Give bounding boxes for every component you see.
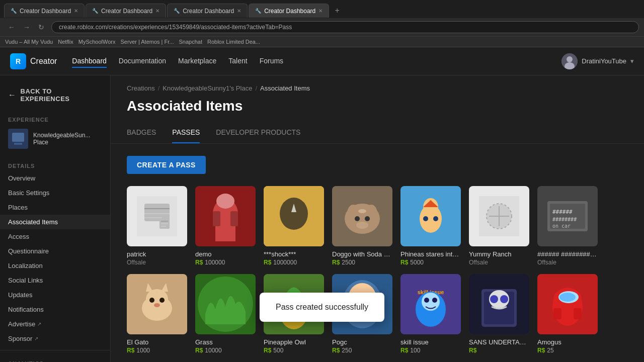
sidebar-item-questionnaire[interactable]: Questionnaire [0,244,110,258]
item-thumbnail [332,186,392,246]
svg-point-31 [358,209,366,213]
item-price: R$ [469,347,529,354]
sidebar-item-updates[interactable]: Updates [0,288,110,302]
nav-link-dashboard[interactable]: Dashboard [72,55,107,68]
item-name: SANS UNDERTALE?!?!?!?! [469,338,529,346]
item-card[interactable]: patrick Offsale [127,186,187,266]
tabs-container: BADGES PASSES DEVELOPER PRODUCTS [111,114,644,144]
bookmark-6[interactable]: Roblox Limited Dea... [207,39,260,45]
analytics-section-label: ANALYTICS [0,358,110,362]
bookmarks-bar: Vudu – All My Vudu Netflix MySchoolWorx … [0,36,644,47]
sidebar-item-places[interactable]: Places [0,200,110,215]
item-card[interactable]: Phineas stares into your soul R$ 5000 [400,186,461,266]
svg-point-53 [149,298,154,303]
bookmark-3[interactable]: MySchoolWorx [78,39,116,45]
sidebar-item-localization[interactable]: Localization [0,258,110,273]
tab-passes[interactable]: PASSES [172,124,200,143]
sidebar-divider-1 [0,350,110,350]
tab-close-4[interactable]: ✕ [318,8,323,14]
nav-link-documentation[interactable]: Documentation [119,55,166,68]
bookmark-2[interactable]: Netflix [58,39,73,45]
experience-section-label: EXPERIENCE [0,113,110,125]
breadcrumb-place[interactable]: KnowledgeableSunny1's Place [163,84,252,92]
nav-link-talent[interactable]: Talent [228,55,247,68]
item-thumbnail [264,186,324,246]
sidebar-item-sponsor[interactable]: Sponsor ↗ [0,331,110,346]
nav-links: Dashboard Documentation Marketplace Tale… [72,55,283,68]
robux-icon: R$ [195,347,203,354]
refresh-button[interactable]: ↻ [35,22,47,32]
details-section-label: DETAILS [0,161,110,171]
nav-buttons: ← → ↻ [5,22,47,32]
tab-2[interactable]: 🔧 Creator Dashboard ✕ [86,4,166,18]
nav-link-forums[interactable]: Forums [260,55,283,68]
item-price: R$ 100000 [195,259,256,266]
url-bar[interactable]: create.roblox.com/creations/experiences/… [51,21,639,33]
tab-developer-products[interactable]: DEVELOPER PRODUCTS [216,124,300,143]
item-card[interactable]: Yummy Ranch Offsale [469,186,529,266]
robux-icon: R$ [400,347,408,354]
back-to-experiences-button[interactable]: ← BACK TO EXPERIENCES [0,83,110,107]
item-thumbnail [195,186,256,246]
sidebar-item-access[interactable]: Access [0,229,110,244]
tab-close-3[interactable]: ✕ [237,8,241,14]
item-name: Phineas stares into your soul [400,250,461,258]
create-pass-button[interactable]: CREATE A PASS [127,156,206,174]
sidebar-item-notifications[interactable]: Notifications [0,302,110,317]
bookmark-1[interactable]: Vudu – All My Vudu [5,39,53,45]
tab-close-2[interactable]: ✕ [155,8,159,14]
sidebar-item-advertise[interactable]: Advertise ↗ [0,317,110,331]
external-link-icon-2: ↗ [34,336,38,341]
sidebar-item-overview[interactable]: Overview [0,171,110,186]
item-card[interactable]: demo R$ 100000 [195,186,256,266]
address-bar: ← → ↻ create.roblox.com/creations/experi… [0,18,644,36]
tab-close-1[interactable]: ✕ [74,8,78,14]
logo: R Creator [10,53,57,69]
bookmark-4[interactable]: Server | Atemos | Fr... [121,39,174,45]
tab-4[interactable]: 🔧 Creator Dashboard ✕ [249,4,329,18]
item-card[interactable]: SANS UNDERTALE?!?!?!?! R$ [469,274,529,354]
item-card[interactable]: ***shock*** R$ 1000000 [264,186,324,266]
svg-point-74 [432,298,437,303]
svg-point-36 [423,216,428,221]
item-card[interactable]: ##############on car ###### ######## on … [537,186,598,266]
items-grid: patrick Offsale demo R$ 100000 [127,186,628,362]
item-card[interactable]: skill issue skill issue R$ 100 [400,274,461,354]
item-card[interactable]: El Gato R$ 1000 [127,274,187,354]
item-thumbnail [127,274,187,334]
breadcrumb-creations[interactable]: Creations [127,84,155,92]
tab-badges[interactable]: BADGES [127,124,156,143]
sidebar-item-basic-settings[interactable]: Basic Settings [0,186,110,200]
item-price: R$ 25 [537,347,598,354]
item-card[interactable]: Doggo with Soda Can on head R$ 2500 [332,186,392,266]
nav-link-marketplace[interactable]: Marketplace [178,55,216,68]
item-card[interactable]: Grass R$ 10000 [195,274,256,354]
robux-icon: R$ [195,259,203,266]
nav-right: DratiniYouTube ▾ [561,53,634,69]
item-name: Pineapple Owl [264,338,324,346]
bookmark-5[interactable]: Snapchat [179,39,202,45]
svg-rect-85 [574,308,582,319]
analytics-section: ANALYTICS Developer Stats [0,358,110,362]
svg-point-18 [216,194,234,209]
sidebar-item-associated-items[interactable]: Associated Items [0,215,110,229]
back-nav-button[interactable]: ← [5,22,18,32]
tab-1[interactable]: 🔧 Creator Dashboard ✕ [4,4,85,18]
new-tab-button[interactable]: + [330,4,344,18]
item-thumbnail [469,274,529,334]
item-price: R$ 250 [332,347,392,354]
item-price: Offsale [127,259,187,266]
sidebar-item-social-links[interactable]: Social Links [0,273,110,288]
item-card[interactable]: Amogus R$ 25 [537,274,598,354]
top-nav: R Creator Dashboard Documentation Market… [0,47,644,75]
back-arrow-icon: ← [8,90,17,100]
item-thumbnail [195,274,256,334]
robux-icon: R$ [537,347,545,354]
browser-chrome: 🔧 Creator Dashboard ✕ 🔧 Creator Dashboar… [0,0,644,47]
tab-3[interactable]: 🔧 Creator Dashboard ✕ [167,4,248,18]
forward-nav-button[interactable]: → [20,22,33,32]
item-price: R$ 100 [400,347,461,354]
svg-point-37 [433,216,438,221]
item-name: skill issue [400,338,461,346]
svg-point-29 [365,216,370,221]
